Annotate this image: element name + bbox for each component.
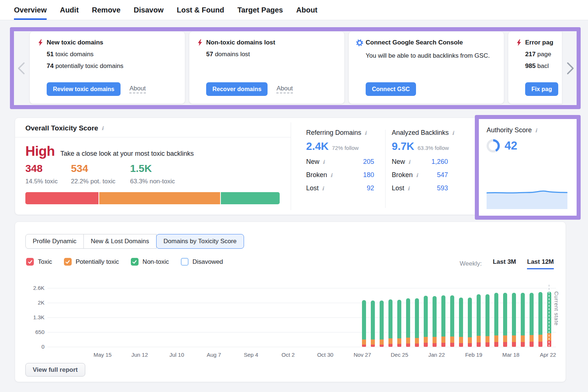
stacked-bar-feb-26[interactable] <box>477 294 481 347</box>
analyzed-backlinks-value[interactable]: 9.7K <box>392 140 414 152</box>
stacked-bar-dec-11[interactable] <box>380 301 384 347</box>
info-icon[interactable]: i <box>416 172 418 178</box>
bar-segment <box>450 337 454 343</box>
referring-domains-value[interactable]: 2.4K <box>306 140 329 152</box>
legend-non-toxic[interactable]: Non-toxic <box>131 258 169 266</box>
main-tab-bar: Overview Audit Remove Disavow Lost & Fou… <box>0 0 588 20</box>
info-icon[interactable]: i <box>322 186 324 191</box>
about-link[interactable]: About <box>276 85 293 93</box>
divider <box>385 130 386 208</box>
metric-row: Losti 593 <box>392 184 448 192</box>
stacked-bar-jan-1[interactable] <box>406 298 410 347</box>
analyzed-backlinks-title: Analyzed Backlinks <box>392 129 449 137</box>
bar-segment <box>380 301 384 339</box>
stacked-bar-mar-11[interactable] <box>494 293 498 347</box>
chart-legend: Toxic Potentially toxic Non-toxic Disavo… <box>26 258 223 266</box>
stat-text: bacl <box>537 62 549 69</box>
legend-disavowed[interactable]: Disavowed <box>181 258 223 266</box>
bar-segment <box>512 293 516 335</box>
tab-profile-dynamic[interactable]: Profile Dynamic <box>25 234 84 249</box>
stacked-bar-nov-27[interactable] <box>362 300 366 347</box>
stacked-bar-feb-19[interactable] <box>468 298 472 347</box>
bar-segment <box>388 299 392 338</box>
info-icon[interactable]: i <box>323 159 325 165</box>
row-label: New <box>306 158 319 166</box>
about-link[interactable]: About <box>129 85 146 93</box>
row-value-link[interactable]: 180 <box>363 171 374 179</box>
metric-row: Newi 205 <box>306 158 374 166</box>
tab-domains-by-toxicity-score[interactable]: Domains by Toxicity Score <box>156 234 244 249</box>
tab-new-lost-domains[interactable]: New & Lost Domains <box>83 234 157 249</box>
stacked-bar-apr-8[interactable] <box>530 293 534 347</box>
period-last-12m[interactable]: Last 12M <box>527 258 554 269</box>
review-toxic-domains-button[interactable]: Review toxic domains <box>47 82 121 96</box>
bar-segment <box>362 339 366 345</box>
row-value-link[interactable]: 1,260 <box>431 158 448 166</box>
carousel-next-button[interactable] <box>565 62 576 75</box>
info-icon[interactable]: i <box>452 130 454 136</box>
info-icon[interactable]: i <box>408 159 410 165</box>
bar-segment <box>388 338 392 344</box>
tab-audit[interactable]: Audit <box>60 0 79 20</box>
authority-gauge-icon <box>487 139 500 152</box>
lightning-bolt-icon <box>37 39 44 46</box>
legend-potentially-toxic[interactable]: Potentially toxic <box>64 258 119 266</box>
info-icon[interactable]: i <box>330 172 332 178</box>
bar-segment <box>494 342 498 347</box>
y-axis-label: 1.3K <box>15 314 44 320</box>
tab-overview[interactable]: Overview <box>14 0 47 20</box>
bar-segment <box>459 343 463 347</box>
toxicity-distribution-bar <box>25 192 280 204</box>
referring-domains-block: Referring Domains i 2.4K 72% follow Newi… <box>306 129 374 192</box>
carousel-prev-button[interactable] <box>16 62 26 75</box>
stacked-bar-mar-4[interactable] <box>485 294 490 347</box>
row-value-link[interactable]: 205 <box>363 158 374 166</box>
tab-about[interactable]: About <box>296 0 318 20</box>
bar-segment <box>397 338 401 344</box>
bar-segment <box>530 293 534 335</box>
recover-domains-button[interactable]: Recover domains <box>206 82 268 96</box>
info-icon[interactable]: i <box>101 125 103 131</box>
authority-trend-sparkline <box>487 186 567 209</box>
stacked-bar-jan-29[interactable] <box>441 295 445 347</box>
stacked-bar-mar-18[interactable] <box>503 293 507 347</box>
x-axis-label: Aug 7 <box>196 352 232 358</box>
legend-toxic[interactable]: Toxic <box>26 258 52 266</box>
bar-segment <box>406 298 410 338</box>
stacked-bar-dec-25[interactable] <box>397 300 401 347</box>
row-value-link[interactable]: 92 <box>367 184 374 192</box>
stacked-bar-feb-5[interactable] <box>450 295 454 347</box>
stacked-bar-apr-1[interactable] <box>521 293 525 347</box>
bar-segment <box>485 336 490 342</box>
stacked-bar-dec-4[interactable] <box>371 301 375 347</box>
stacked-bar-jan-15[interactable] <box>424 296 428 347</box>
tab-lost-found[interactable]: Lost & Found <box>177 0 224 20</box>
info-icon[interactable]: i <box>365 130 366 136</box>
stacked-bar-apr-15[interactable] <box>538 292 542 347</box>
tab-disavow[interactable]: Disavow <box>134 0 164 20</box>
toxic-pct-label: 14.5% toxic <box>25 178 58 185</box>
divider <box>15 137 291 137</box>
period-last-3m[interactable]: Last 3M <box>493 258 516 269</box>
tab-target-pages[interactable]: Target Pages <box>237 0 283 20</box>
stat-text: domains lost <box>215 51 250 58</box>
stacked-bar-feb-12[interactable] <box>459 298 463 347</box>
fix-pages-button[interactable]: Fix pag <box>525 82 558 96</box>
stacked-bar-jan-22[interactable] <box>433 296 437 347</box>
x-axis-label: Oct 2 <box>270 352 306 358</box>
tab-remove[interactable]: Remove <box>92 0 121 20</box>
row-value-link[interactable]: 547 <box>437 171 448 179</box>
bar-segment <box>494 293 498 335</box>
info-icon[interactable]: i <box>535 127 537 133</box>
view-full-report-button[interactable]: View full report <box>25 363 85 377</box>
y-axis-label: 2K <box>15 299 44 306</box>
row-value-link[interactable]: 593 <box>437 184 448 192</box>
stacked-bar-mar-25[interactable] <box>512 293 516 347</box>
chevron-left-icon <box>17 71 26 76</box>
stacked-bar-jan-8[interactable] <box>415 298 419 347</box>
stacked-bar-dec-18[interactable] <box>388 299 392 347</box>
bar-segment <box>477 294 481 336</box>
info-icon[interactable]: i <box>408 186 409 191</box>
bar-segment <box>371 345 375 347</box>
connect-gsc-button[interactable]: Connect GSC <box>366 82 416 96</box>
